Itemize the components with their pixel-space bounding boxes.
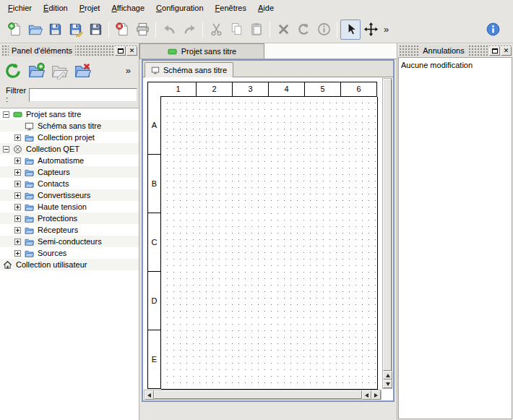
tree-item-projet-sans-titre[interactable]: Projet sans titre [0,108,139,120]
plus-expander-icon[interactable] [14,169,21,176]
close-panel-button[interactable]: ✕ [501,46,512,56]
open-file-button[interactable] [25,20,45,40]
scroll-down-button[interactable] [383,380,392,388]
plus-expander-icon[interactable] [14,158,21,164]
plus-expander-icon[interactable] [14,239,21,245]
plus-expander-icon[interactable] [14,204,21,210]
scroll-up-button[interactable] [383,371,392,380]
print-button[interactable] [132,20,152,40]
element-info-button[interactable] [314,20,334,40]
column-ruler: 123456 [160,82,377,97]
schema-tab-label: Schéma sans titre [163,66,227,74]
delete-category-button[interactable] [72,60,93,82]
select-mode-button[interactable] [340,20,361,40]
tree-item-recepteurs[interactable]: Récepteurs [0,224,139,236]
save-all-button[interactable] [85,20,105,40]
ruler-row-A: A [147,96,161,155]
menu-item-edition[interactable]: Édition [38,1,74,14]
minus-expander-icon[interactable] [3,146,9,153]
tree-item-capteurs[interactable]: Capteurs [0,166,139,178]
plus-expander-icon[interactable] [14,192,21,199]
pan-mode-button[interactable] [361,20,381,40]
delete-button[interactable] [273,20,293,40]
paste-button[interactable] [246,20,267,40]
scroll-left-button[interactable] [145,390,154,400]
scroll-left-button-end[interactable] [362,390,371,400]
save-as-button[interactable] [65,20,85,40]
menu-item-projet[interactable]: Projet [74,1,106,14]
minus-expander-icon[interactable] [3,111,9,118]
tree-item-protections[interactable]: Protections [0,213,139,224]
edit-category-button[interactable] [48,60,70,82]
undo-panel-header[interactable]: Annulations ✕ [399,45,512,56]
arrow-cursor-icon [343,22,358,37]
tree-item-haute-tension[interactable]: Haute tension [0,201,139,213]
tree-item-contacts[interactable]: Contacts [0,178,139,189]
info-circle-gray-icon [316,22,332,37]
float-window-icon [118,48,124,53]
reload-collections-button[interactable] [2,60,24,82]
plus-expander-icon[interactable] [14,250,21,257]
tree-item-collection-qet[interactable]: Collection QET [0,143,139,155]
undo-list-item[interactable]: Aucune modification [401,60,509,70]
move-arrows-icon [363,22,379,37]
plus-expander-icon[interactable] [14,181,21,187]
plus-expander-icon[interactable] [14,134,21,141]
hscroll-thumb[interactable] [154,390,362,399]
open-folder-icon [27,22,43,37]
tree-item-convertisseurs[interactable]: Convertisseurs [0,189,139,201]
tree-item-schema-sans-titre[interactable]: Schéma sans titre [0,120,139,132]
copy-button[interactable] [226,20,246,40]
qet-icon [13,145,22,154]
new-file-button[interactable] [4,20,25,40]
schema-tabbar: Schéma sans titre [143,61,393,77]
tree-item-collection-utilisateur[interactable]: Collection utilisateur [0,259,139,270]
panel-overflow-button[interactable]: » [126,65,131,76]
menu-item-affichage[interactable]: Affichage [105,1,150,14]
ruler-row-C: C [147,213,161,272]
tree-item-sources[interactable]: Sources [0,247,139,259]
undo-button[interactable] [159,20,179,40]
redo-button[interactable] [179,20,199,40]
close-file-button[interactable] [112,20,132,40]
save-button[interactable] [45,20,65,40]
elements-tree: Projet sans titreSchéma sans titreCollec… [0,108,139,420]
about-button[interactable] [483,20,503,40]
rotate-button[interactable] [293,20,314,40]
cut-button[interactable] [206,20,226,40]
undo-history-list[interactable]: Aucune modification [398,57,512,419]
menu-item-fenetres[interactable]: Fenêtres [210,1,252,14]
vscroll-thumb[interactable] [383,79,392,371]
tree-item-label: Protections [38,214,77,223]
close-panel-button[interactable]: ✕ [126,46,137,56]
filter-input[interactable] [29,88,137,102]
schema-tab[interactable]: Schéma sans titre [145,62,233,77]
folder-icon [25,156,34,166]
menu-item-configuration[interactable]: Configuration [150,1,209,14]
tree-item-automatisme[interactable]: Automatisme [0,155,139,166]
plus-expander-icon[interactable] [14,215,21,222]
ruler-row-B: B [147,155,161,213]
up-arrow-icon [386,374,390,377]
plus-expander-icon[interactable] [14,227,21,233]
undock-panel-button[interactable] [489,46,500,56]
undock-panel-button[interactable] [115,46,126,56]
ruler-column-3: 3 [233,82,269,97]
ruler-corner [147,82,161,97]
project-tab[interactable]: Projet sans titre [139,43,264,59]
toolbar-overflow-button[interactable]: » [381,20,392,40]
horizontal-scrollbar[interactable] [144,390,381,400]
tree-item-semi-conducteurs[interactable]: Semi-conducteurs [0,236,139,247]
menu-item-fichier[interactable]: Fichier [2,1,38,14]
ruler-row-E: E [147,330,161,389]
elements-panel-header[interactable]: Panel d'éléments ✕ [1,45,137,56]
new-category-button[interactable] [25,60,47,82]
folder-icon [25,237,34,247]
menu-item-aide[interactable]: Aide [252,1,280,14]
diagram-canvas[interactable] [161,97,378,390]
scroll-right-button[interactable] [371,390,381,400]
vertical-scrollbar[interactable] [382,78,392,389]
row-ruler: ABCDE [147,96,161,389]
tree-item-collection-projet[interactable]: Collection projet [0,132,139,143]
close-icon: ✕ [504,48,509,54]
